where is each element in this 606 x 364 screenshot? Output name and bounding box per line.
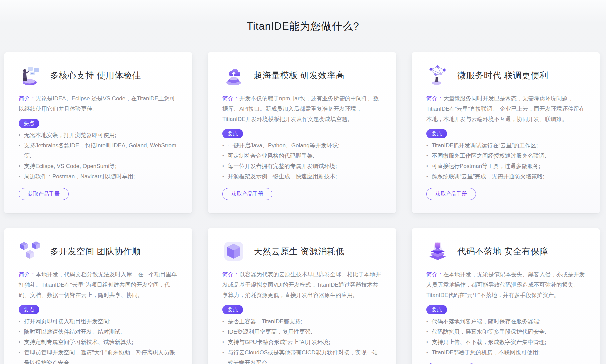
card-header: 微服务时代 联调更便利 [426,64,585,87]
intro-text: 在本地开发，无论是笔记本丢失、黑客入侵，亦或是开发人员无意地操作，都可能导致代码… [426,271,585,298]
get-manual-button[interactable]: 获取产品手册 [426,188,476,200]
get-manual-button[interactable]: 获取产品手册 [19,188,69,200]
points-badge: 要点 [19,119,39,128]
intro-label: 简介： [426,95,443,102]
point-item: 随时可以邀请伙伴结对开发、结对测试; [19,327,178,337]
feature-card: 微服务时代 联调更便利 简介：大量微服务同时开发已是常态，无需考虑环境问题，Ti… [412,52,600,213]
card-intro: 简介：无论是IDEA、Eclipse 还是VS Code，在TitanIDE上您… [19,93,178,114]
person-screens-icon [19,64,41,87]
points-list: 无需本地安装，打开浏览器即可使用;支持Jetbrains各款IDE，包括Inte… [19,130,178,182]
card-header: 天然云原生 资源消耗低 [222,240,382,263]
intro-label: 简介： [426,271,443,278]
shield-stack-icon [426,240,449,263]
points-list: 是否上容器，TitanIDE都支持;IDE资源利用率更高，复用性更强;支持与GP… [222,316,382,364]
card-intro: 简介：开发不仅依赖于npm, jar包，还有业务所需的中间件、数据库、API接口… [222,93,382,124]
page-title: TitanIDE能为您做什么? [0,0,606,33]
point-item: 与行云CloudOS或是其他带有CICD能力软件对接，实现一站式云端开发平台; [222,347,382,364]
card-title: 天然云原生 资源消耗低 [254,246,345,257]
card-header: 多核心支持 使用体验佳 [19,64,178,87]
feature-card: 多开发空间 团队协作顺 简介：本地开发，代码文档分散无法及时入库，在一个项目里单… [4,228,192,364]
point-item: 代码不落地到客户端，随时保存在服务器端; [426,316,585,327]
point-item: IDE资源利用率更高，复用性更强; [222,327,382,337]
cloud-template-icon [222,64,245,87]
point-item: 周边软件：Postman，Navicat可以随时享用; [19,171,178,182]
points-badge: 要点 [222,129,243,138]
points-badge: 要点 [222,305,243,314]
point-item: 可直接运行Postman等工具，连通多微服务; [426,161,585,171]
points-badge: 要点 [426,129,447,138]
point-item: TitanIDE部署于您的机房，不联网也可使用; [426,347,585,358]
point-item: 支持Eclispe, VS Code, OpenSumi等; [19,161,178,171]
intro-label: 简介： [19,271,36,278]
intro-text: 大量微服务同时开发已是常态，无需考虑环境问题，TitianIDE在“云里”直接联… [426,95,585,122]
point-item: 跨系统联调“云里”完成，无需开通防火墙策略; [426,171,585,182]
points-list: 代码不落地到客户端，随时保存在服务器端;代码防拷贝，屏幕水印等多手段保护代码安全… [426,316,585,358]
intro-text: 本地开发，代码文档分散无法及时入库，在一个项目里单打独斗。TitianIDE在"… [19,271,177,298]
point-item: 每一位开发者拥有完整的专属开发调试环境; [222,161,382,171]
point-item: 是否上容器，TitanIDE都支持; [222,316,382,327]
point-item: 一键开启Java、Python、Golang等开发环境; [222,140,382,151]
point-item: 开源框架及示例一键生成，快速应用新技术; [222,171,382,182]
card-header: 多开发空间 团队协作顺 [19,240,178,263]
points-list: 一键开启Java、Python、Golang等开发环境;可定制符合企业风格的代码… [222,140,382,182]
point-item: 不同微服务工作区之间经授权通过服务名联调; [426,151,585,161]
points-list: TitanIDE把开发调试运行在“云里”的工作区;不同微服务工作区之间经授权通过… [426,140,585,182]
card-title: 超海量模板 研发效率高 [254,70,345,81]
point-item: 支持与GPU卡融合形成"云上"AI开发环境; [222,337,382,347]
feature-card: 超海量模板 研发效率高 简介：开发不仅依赖于npm, jar包，还有业务所需的中… [208,52,396,213]
card-title: 代码不落地 安全有保障 [457,246,548,257]
cube-icon [222,240,245,263]
points-badge: 要点 [19,305,39,314]
point-item: TitanIDE把开发调试运行在“云里”的工作区; [426,140,585,151]
card-title: 微服务时代 联调更便利 [457,70,548,81]
card-header: 超海量模板 研发效率高 [222,64,382,87]
point-item: 无需本地安装，打开浏览器即可使用; [19,130,178,140]
intro-text: 以容器为代表的云原生技术早已席卷全球。相比于本地开发或是基于虚拟桌面VDI的开发… [222,271,381,298]
feature-card: 多核心支持 使用体验佳 简介：无论是IDEA、Eclipse 还是VS Code… [4,52,192,213]
feature-card: 代码不落地 安全有保障 简介：在本地开发，无论是笔记本丢失、黑客入侵，亦或是开发… [412,228,600,364]
points-list: 打开网页即可接入项目组开发空间;随时可以邀请伙伴结对开发、结对测试;支持定制专属… [19,316,178,364]
feature-cards-grid: 多核心支持 使用体验佳 简介：无论是IDEA、Eclipse 还是VS Code… [4,52,600,364]
point-item: 打开网页即可接入项目组开发空间; [19,316,178,327]
intro-text: 开发不仅依赖于npm, jar包，还有业务所需的中间件、数据库、API接口。新成… [222,95,379,122]
microservice-network-icon [426,64,449,87]
intro-label: 简介： [222,271,239,278]
point-item: 支持Jetbrains各款IDE，包括Intellij IDEA, Goland… [19,140,178,161]
card-header: 代码不落地 安全有保障 [426,240,585,263]
card-intro: 简介：大量微服务同时开发已是常态，无需考虑环境问题，TitianIDE在“云里”… [426,93,585,124]
point-item: 管理员管理开发空间，邀请"大牛"前来协助，暂停离职人员账号以保护资产安全; [19,347,178,364]
cubes-icon [19,240,41,263]
card-intro: 简介：以容器为代表的云原生技术早已席卷全球。相比于本地开发或是基于虚拟桌面VDI… [222,269,382,300]
get-manual-button[interactable]: 获取产品手册 [222,188,272,200]
card-title: 多核心支持 使用体验佳 [50,70,141,81]
points-badge: 要点 [426,305,447,314]
point-item: 可定制符合企业风格的代码脚手架; [222,151,382,161]
intro-label: 简介： [222,95,239,102]
feature-card: 天然云原生 资源消耗低 简介：以容器为代表的云原生技术早已席卷全球。相比于本地开… [208,228,396,364]
card-intro: 简介：本地开发，代码文档分散无法及时入库，在一个项目里单打独斗。TitianID… [19,269,178,300]
point-item: 支持只上传、不下载，形成数字资产集中管理; [426,337,585,347]
point-item: 支持定制专属空间学习新技术、试验新算法; [19,337,178,347]
card-intro: 简介：在本地开发，无论是笔记本丢失、黑客入侵，亦或是开发人员无意地操作，都可能导… [426,269,585,300]
card-title: 多开发空间 团队协作顺 [50,246,141,257]
intro-label: 简介： [19,95,36,102]
point-item: 代码防拷贝，屏幕水印等多手段保护代码安全; [426,327,585,337]
intro-text: 无论是IDEA、Eclipse 还是VS Code，在TitanIDE上您可以继… [19,95,175,112]
